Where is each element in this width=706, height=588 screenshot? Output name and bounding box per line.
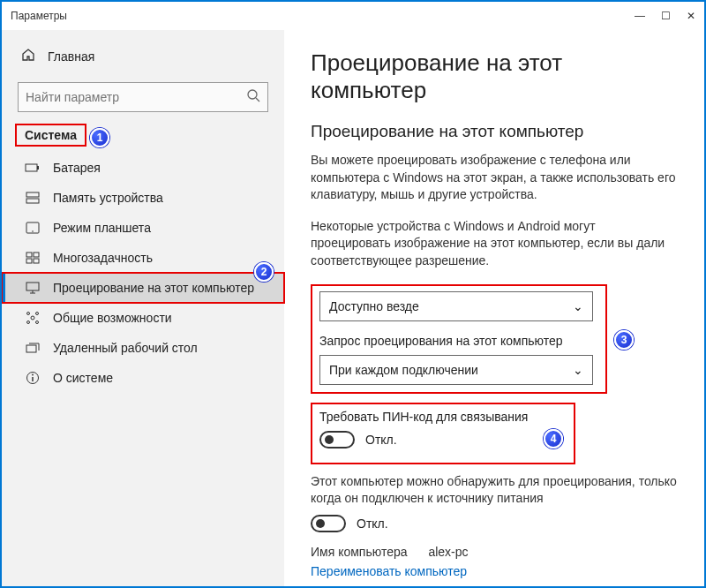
svg-rect-12 — [26, 283, 39, 290]
about-icon — [25, 371, 41, 385]
pc-name-label: Имя компьютера — [311, 545, 408, 559]
svg-point-18 — [27, 321, 30, 324]
svg-rect-8 — [26, 253, 32, 257]
maximize-button[interactable]: ☐ — [661, 10, 671, 22]
nav-item-projecting[interactable]: Проецирование на этот компьютер — [2, 273, 284, 303]
nav-label: Режим планшета — [53, 221, 151, 235]
nav-item-multitask[interactable]: Многозадачность — [2, 243, 284, 273]
pin-toggle[interactable] — [319, 431, 355, 449]
minimize-button[interactable]: ― — [635, 10, 645, 22]
svg-line-1 — [256, 98, 259, 102]
remote-icon — [25, 342, 41, 354]
annotation-badge-3: 3 — [614, 330, 634, 350]
svg-rect-4 — [26, 192, 39, 197]
close-button[interactable]: ✕ — [687, 10, 695, 22]
titlebar: Параметры ― ☐ ✕ — [2, 2, 704, 30]
nav-item-battery[interactable]: Батарея — [2, 153, 284, 183]
chevron-down-icon: ⌄ — [573, 363, 583, 377]
multitask-icon — [25, 252, 41, 264]
annotation-badge-2: 2 — [254, 262, 274, 282]
storage-icon — [25, 192, 41, 204]
dropdown-value: При каждом подключении — [329, 363, 478, 377]
svg-point-0 — [248, 90, 257, 99]
nav-item-remote[interactable]: Удаленный рабочий стол — [2, 333, 284, 363]
page-title: Проецирование на этот компьютер — [311, 49, 678, 104]
nav-item-storage[interactable]: Память устройства — [2, 183, 284, 213]
nav-label: Память устройства — [53, 191, 163, 205]
category-header: Система — [16, 124, 86, 146]
section-title: Проецирование на этот компьютер — [311, 122, 678, 141]
shared-icon — [25, 311, 41, 325]
description-2: Некоторые устройства с Windows и Android… — [311, 218, 678, 270]
pc-name-row: Имя компьютера alex-pc — [311, 545, 678, 559]
power-text: Этот компьютер можно обнаружить для прое… — [311, 473, 678, 508]
search-input-wrap[interactable] — [18, 82, 268, 112]
svg-rect-9 — [34, 253, 39, 257]
tablet-icon — [25, 222, 41, 234]
project-icon — [25, 282, 41, 294]
chevron-down-icon: ⌄ — [573, 299, 583, 313]
toggle-state-2: Откл. — [357, 516, 388, 531]
svg-point-23 — [32, 374, 34, 376]
toggle-state: Откл. — [365, 433, 397, 447]
nav-item-shared[interactable]: Общие возможности — [2, 303, 284, 333]
annotation-badge-1: 1 — [90, 128, 109, 147]
pin-label: Требовать ПИН-код для связывания — [319, 410, 567, 424]
svg-point-17 — [36, 313, 39, 315]
nav-label: Удаленный рабочий стол — [53, 341, 198, 355]
nav-label: Многозадачность — [53, 251, 153, 265]
description-1: Вы можете проецировать изображение с тел… — [311, 152, 678, 204]
home-link[interactable]: Главная — [2, 39, 284, 73]
annotation-badge-4: 4 — [544, 429, 563, 449]
svg-rect-3 — [37, 166, 39, 170]
nav-label: Батарея — [53, 161, 101, 175]
svg-point-15 — [31, 316, 34, 320]
home-label: Главная — [48, 49, 94, 64]
battery-icon — [25, 162, 41, 173]
search-icon — [246, 88, 260, 106]
nav-item-tablet[interactable]: Режим планшета — [2, 213, 284, 243]
svg-rect-2 — [26, 164, 37, 171]
power-toggle[interactable] — [311, 515, 346, 532]
svg-point-7 — [32, 230, 34, 232]
nav-label: О системе — [53, 371, 113, 385]
svg-rect-20 — [26, 345, 36, 352]
availability-dropdown[interactable]: Доступно везде ⌄ — [319, 291, 593, 321]
main-content: Проецирование на этот компьютер Проециро… — [284, 30, 704, 586]
sidebar: Главная Система 1 Батарея Память устройс… — [2, 30, 284, 586]
window-title: Параметры — [11, 10, 635, 22]
rename-link[interactable]: Переименовать компьютер — [311, 564, 678, 578]
pc-name-value: alex-pc — [428, 545, 468, 559]
svg-point-19 — [36, 321, 39, 324]
search-input[interactable] — [26, 90, 246, 104]
request-label: Запрос проецирования на этот компьютер — [319, 334, 598, 348]
nav-label: Общие возможности — [53, 311, 172, 325]
svg-rect-5 — [26, 199, 39, 203]
home-icon — [21, 48, 35, 64]
svg-rect-10 — [26, 259, 32, 263]
svg-point-16 — [27, 313, 30, 315]
nav-label: Проецирование на этот компьютер — [53, 281, 254, 295]
dropdown-value: Доступно везде — [329, 299, 419, 313]
request-dropdown[interactable]: При каждом подключении ⌄ — [319, 355, 593, 385]
nav-item-about[interactable]: О системе — [2, 363, 284, 393]
window-controls: ― ☐ ✕ — [635, 10, 695, 22]
svg-rect-11 — [34, 259, 39, 263]
